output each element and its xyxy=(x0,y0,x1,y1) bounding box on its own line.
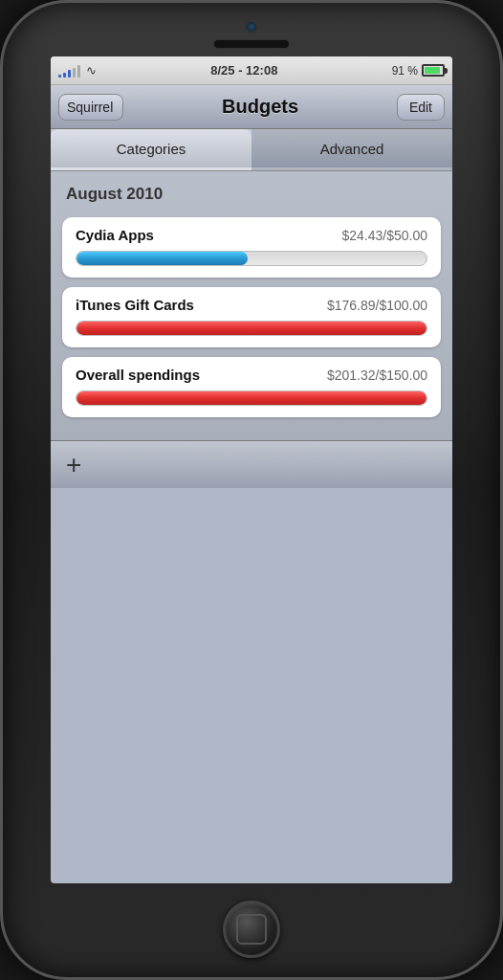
budget-amount: $201.32/$150.00 xyxy=(327,368,427,383)
add-button[interactable]: + xyxy=(66,452,81,479)
progress-track xyxy=(76,251,427,266)
status-bar: ∿ 8/25 - 12:08 91 % xyxy=(51,56,452,85)
battery-icon xyxy=(422,64,445,77)
screen: ∿ 8/25 - 12:08 91 % Squirrel Budgets Edi… xyxy=(51,56,452,883)
month-label: August 2010 xyxy=(62,185,441,204)
battery-fill xyxy=(425,67,440,74)
budget-card-header: Overall spendings $201.32/$150.00 xyxy=(76,367,427,383)
budget-card-overall: Overall spendings $201.32/$150.00 xyxy=(62,357,441,417)
signal-icon xyxy=(58,64,80,78)
progress-track xyxy=(76,321,427,336)
status-time: 8/25 - 12:08 xyxy=(210,63,277,78)
edit-button[interactable]: Edit xyxy=(397,94,445,121)
progress-fill xyxy=(77,391,426,405)
tab-categories[interactable]: Categories xyxy=(51,129,252,170)
wifi-icon: ∿ xyxy=(86,63,97,78)
nav-bar: Squirrel Budgets Edit xyxy=(51,85,452,129)
tab-bar: Categories Advanced xyxy=(51,129,452,171)
budget-name: Cydia Apps xyxy=(76,227,154,243)
progress-track xyxy=(76,390,427,406)
page-title: Budgets xyxy=(222,96,298,118)
budget-amount: $176.89/$100.00 xyxy=(327,298,427,313)
budget-amount: $24.43/$50.00 xyxy=(341,228,427,243)
camera xyxy=(245,20,258,33)
phone-bottom-hardware xyxy=(3,891,500,977)
home-button[interactable] xyxy=(223,901,280,958)
battery-percent: 91 % xyxy=(392,64,418,78)
home-button-inner xyxy=(236,914,267,945)
status-left: ∿ xyxy=(58,63,97,78)
status-right: 91 % xyxy=(392,64,445,78)
phone-frame: ∿ 8/25 - 12:08 91 % Squirrel Budgets Edi… xyxy=(0,0,503,980)
budget-card-header: Cydia Apps $24.43/$50.00 xyxy=(76,227,427,243)
budget-name: Overall spendings xyxy=(76,367,200,383)
budget-card-itunes: iTunes Gift Cards $176.89/$100.00 xyxy=(62,287,441,347)
budget-name: iTunes Gift Cards xyxy=(76,297,194,313)
progress-fill xyxy=(77,322,426,335)
phone-top-hardware xyxy=(3,3,500,49)
progress-fill xyxy=(77,252,248,265)
bottom-toolbar: + xyxy=(51,440,452,488)
tab-advanced[interactable]: Advanced xyxy=(252,129,452,170)
speaker xyxy=(213,39,290,49)
back-button[interactable]: Squirrel xyxy=(58,94,123,121)
budget-card-cydia: Cydia Apps $24.43/$50.00 xyxy=(62,217,441,278)
main-content: August 2010 Cydia Apps $24.43/$50.00 iTu… xyxy=(51,171,452,440)
budget-card-header: iTunes Gift Cards $176.89/$100.00 xyxy=(76,297,427,313)
